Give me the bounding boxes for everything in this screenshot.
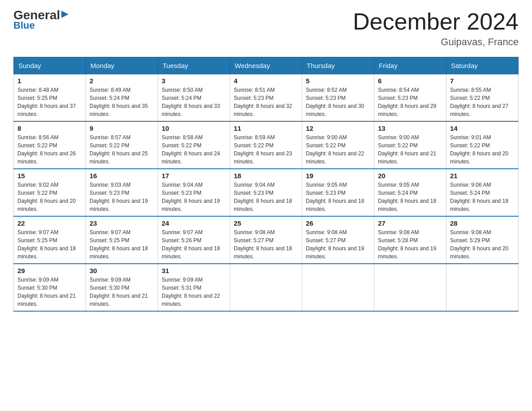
day-info: Sunrise: 9:04 AMSunset: 5:23 PMDaylight:… — [234, 181, 298, 213]
calendar-cell: 18 Sunrise: 9:04 AMSunset: 5:23 PMDaylig… — [230, 169, 302, 216]
day-info: Sunrise: 9:05 AMSunset: 5:23 PMDaylight:… — [306, 181, 370, 213]
day-number: 27 — [378, 219, 442, 227]
calendar-cell: 1 Sunrise: 8:48 AMSunset: 5:25 PMDayligh… — [14, 74, 86, 122]
day-number: 25 — [234, 219, 298, 227]
calendar-cell: 11 Sunrise: 8:59 AMSunset: 5:22 PMDaylig… — [230, 121, 302, 169]
day-info: Sunrise: 8:52 AMSunset: 5:23 PMDaylight:… — [306, 86, 370, 118]
day-number: 4 — [234, 77, 298, 85]
day-number: 12 — [306, 124, 370, 132]
calendar-cell — [230, 264, 302, 311]
calendar-cell: 31 Sunrise: 9:09 AMSunset: 5:31 PMDaylig… — [158, 264, 230, 311]
day-number: 1 — [17, 77, 82, 85]
day-info: Sunrise: 9:00 AMSunset: 5:22 PMDaylight:… — [378, 133, 442, 166]
calendar-cell: 29 Sunrise: 9:09 AMSunset: 5:30 PMDaylig… — [14, 264, 86, 311]
calendar-cell: 9 Sunrise: 8:57 AMSunset: 5:22 PMDayligh… — [86, 121, 158, 169]
calendar-cell: 15 Sunrise: 9:02 AMSunset: 5:22 PMDaylig… — [14, 169, 86, 216]
col-header-thursday: Thursday — [302, 57, 374, 74]
calendar-cell: 20 Sunrise: 9:05 AMSunset: 5:24 PMDaylig… — [374, 169, 446, 216]
calendar-cell: 10 Sunrise: 8:58 AMSunset: 5:22 PMDaylig… — [158, 121, 230, 169]
calendar-cell: 23 Sunrise: 9:07 AMSunset: 5:25 PMDaylig… — [86, 216, 158, 264]
calendar-table: SundayMondayTuesdayWednesdayThursdayFrid… — [13, 57, 519, 312]
day-number: 24 — [162, 219, 226, 227]
calendar-cell: 21 Sunrise: 9:06 AMSunset: 5:24 PMDaylig… — [446, 169, 519, 216]
col-header-monday: Monday — [86, 57, 158, 74]
day-info: Sunrise: 8:58 AMSunset: 5:22 PMDaylight:… — [162, 133, 226, 166]
day-info: Sunrise: 9:01 AMSunset: 5:22 PMDaylight:… — [450, 133, 515, 166]
svg-marker-0 — [61, 11, 69, 18]
calendar-cell: 25 Sunrise: 9:08 AMSunset: 5:27 PMDaylig… — [230, 216, 302, 264]
day-info: Sunrise: 9:03 AMSunset: 5:23 PMDaylight:… — [90, 181, 154, 213]
day-info: Sunrise: 8:59 AMSunset: 5:22 PMDaylight:… — [234, 133, 298, 166]
day-info: Sunrise: 9:02 AMSunset: 5:22 PMDaylight:… — [17, 181, 82, 213]
calendar-cell — [446, 264, 519, 311]
day-info: Sunrise: 9:08 AMSunset: 5:27 PMDaylight:… — [234, 228, 298, 261]
calendar-week-1: 1 Sunrise: 8:48 AMSunset: 5:25 PMDayligh… — [14, 74, 519, 122]
calendar-cell — [302, 264, 374, 311]
day-number: 21 — [450, 172, 515, 180]
day-number: 8 — [17, 124, 82, 132]
calendar-week-5: 29 Sunrise: 9:09 AMSunset: 5:30 PMDaylig… — [14, 264, 519, 311]
day-info: Sunrise: 9:00 AMSunset: 5:22 PMDaylight:… — [306, 133, 370, 166]
calendar-cell: 27 Sunrise: 9:08 AMSunset: 5:28 PMDaylig… — [374, 216, 446, 264]
calendar-cell: 26 Sunrise: 9:08 AMSunset: 5:27 PMDaylig… — [302, 216, 374, 264]
col-header-saturday: Saturday — [446, 57, 519, 74]
calendar-cell: 8 Sunrise: 8:56 AMSunset: 5:22 PMDayligh… — [14, 121, 86, 169]
day-info: Sunrise: 8:50 AMSunset: 5:24 PMDaylight:… — [162, 86, 226, 118]
day-number: 3 — [162, 77, 226, 85]
day-info: Sunrise: 8:54 AMSunset: 5:23 PMDaylight:… — [378, 86, 442, 118]
col-header-tuesday: Tuesday — [158, 57, 230, 74]
page-header: General Blue December 2024 Guipavas, Fra… — [13, 9, 519, 48]
day-number: 20 — [378, 172, 442, 180]
day-info: Sunrise: 8:48 AMSunset: 5:25 PMDaylight:… — [17, 86, 82, 118]
calendar-cell: 22 Sunrise: 9:07 AMSunset: 5:25 PMDaylig… — [14, 216, 86, 264]
logo-blue: Blue — [13, 20, 35, 31]
logo-triangle-icon — [60, 10, 69, 19]
month-title: December 2024 — [353, 9, 519, 34]
calendar-cell: 16 Sunrise: 9:03 AMSunset: 5:23 PMDaylig… — [86, 169, 158, 216]
day-number: 28 — [450, 219, 515, 227]
day-info: Sunrise: 9:09 AMSunset: 5:31 PMDaylight:… — [162, 276, 226, 308]
day-number: 2 — [90, 77, 154, 85]
day-info: Sunrise: 9:09 AMSunset: 5:30 PMDaylight:… — [17, 276, 82, 308]
calendar-cell: 14 Sunrise: 9:01 AMSunset: 5:22 PMDaylig… — [446, 121, 519, 169]
day-info: Sunrise: 8:49 AMSunset: 5:24 PMDaylight:… — [90, 86, 154, 118]
day-info: Sunrise: 9:07 AMSunset: 5:25 PMDaylight:… — [90, 228, 154, 261]
calendar-header-row: SundayMondayTuesdayWednesdayThursdayFrid… — [14, 57, 519, 74]
day-number: 17 — [162, 172, 226, 180]
logo: General Blue — [13, 9, 69, 31]
calendar-cell: 24 Sunrise: 9:07 AMSunset: 5:26 PMDaylig… — [158, 216, 230, 264]
day-number: 18 — [234, 172, 298, 180]
day-number: 9 — [90, 124, 154, 132]
calendar-cell: 17 Sunrise: 9:04 AMSunset: 5:23 PMDaylig… — [158, 169, 230, 216]
day-number: 14 — [450, 124, 515, 132]
day-number: 11 — [234, 124, 298, 132]
calendar-cell: 2 Sunrise: 8:49 AMSunset: 5:24 PMDayligh… — [86, 74, 158, 122]
calendar-week-4: 22 Sunrise: 9:07 AMSunset: 5:25 PMDaylig… — [14, 216, 519, 264]
calendar-cell: 6 Sunrise: 8:54 AMSunset: 5:23 PMDayligh… — [374, 74, 446, 122]
calendar-cell: 7 Sunrise: 8:55 AMSunset: 5:22 PMDayligh… — [446, 74, 519, 122]
col-header-wednesday: Wednesday — [230, 57, 302, 74]
day-number: 19 — [306, 172, 370, 180]
day-info: Sunrise: 8:51 AMSunset: 5:23 PMDaylight:… — [234, 86, 298, 118]
day-info: Sunrise: 8:56 AMSunset: 5:22 PMDaylight:… — [17, 133, 82, 166]
calendar-cell: 12 Sunrise: 9:00 AMSunset: 5:22 PMDaylig… — [302, 121, 374, 169]
day-info: Sunrise: 9:04 AMSunset: 5:23 PMDaylight:… — [162, 181, 226, 213]
day-info: Sunrise: 9:08 AMSunset: 5:27 PMDaylight:… — [306, 228, 370, 261]
day-number: 15 — [17, 172, 82, 180]
day-info: Sunrise: 9:06 AMSunset: 5:24 PMDaylight:… — [450, 181, 515, 213]
day-number: 13 — [378, 124, 442, 132]
col-header-sunday: Sunday — [14, 57, 86, 74]
day-info: Sunrise: 8:57 AMSunset: 5:22 PMDaylight:… — [90, 133, 154, 166]
day-number: 26 — [306, 219, 370, 227]
calendar-body: 1 Sunrise: 8:48 AMSunset: 5:25 PMDayligh… — [14, 74, 519, 312]
col-header-friday: Friday — [374, 57, 446, 74]
day-number: 5 — [306, 77, 370, 85]
calendar-cell: 4 Sunrise: 8:51 AMSunset: 5:23 PMDayligh… — [230, 74, 302, 122]
calendar-cell: 3 Sunrise: 8:50 AMSunset: 5:24 PMDayligh… — [158, 74, 230, 122]
day-info: Sunrise: 9:05 AMSunset: 5:24 PMDaylight:… — [378, 181, 442, 213]
title-block: December 2024 Guipavas, France — [353, 9, 519, 48]
day-info: Sunrise: 9:08 AMSunset: 5:28 PMDaylight:… — [378, 228, 442, 261]
calendar-cell: 19 Sunrise: 9:05 AMSunset: 5:23 PMDaylig… — [302, 169, 374, 216]
day-info: Sunrise: 9:07 AMSunset: 5:25 PMDaylight:… — [17, 228, 82, 261]
day-number: 7 — [450, 77, 515, 85]
